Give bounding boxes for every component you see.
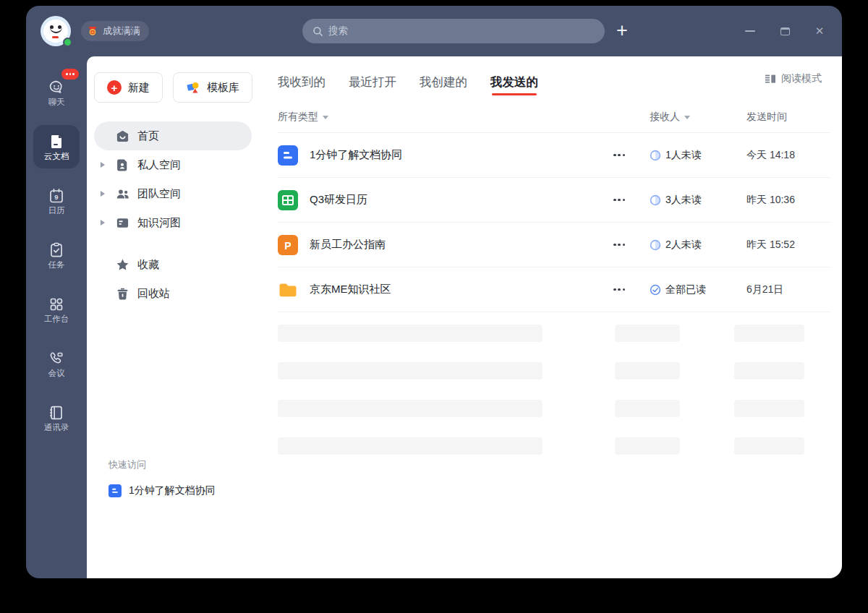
rail-item-label: 会议 [48,369,65,378]
app-window: 成就满满 搜索 + ✕ 聊天 [26,6,842,578]
unread-ring-icon [650,239,661,251]
docs-sidebar: + 新建 模板库 [87,56,266,578]
new-doc-button[interactable]: + 新建 [94,72,163,103]
doc-title[interactable]: Q3研发日历 [310,193,367,207]
read-status[interactable]: 1人未读 [645,149,746,162]
template-library-icon [186,80,200,95]
read-mode-label: 阅读模式 [781,72,822,85]
type-filter-label: 所有类型 [278,111,318,124]
quick-access-section: 快速访问 1分钟了解文档协同 [95,458,255,497]
workbench-icon [48,296,65,313]
achievement-badge[interactable]: 成就满满 [81,21,149,41]
sent-time: 今天 14:18 [746,149,830,162]
rail-item-tasks[interactable]: 任务 [33,233,80,277]
tab-recent[interactable]: 最近打开 [349,71,396,93]
rail-item-calendar[interactable]: 9 日历 [33,179,80,223]
nav-item-knowledge-map[interactable]: 知识河图 [94,208,252,237]
unread-ring-icon [650,150,661,161]
slides-letter: P [284,239,291,251]
unread-dots-badge [61,69,79,80]
read-status[interactable]: 2人未读 [645,239,746,252]
more-menu-icon[interactable] [613,194,645,206]
tab-sent[interactable]: 我发送的 [490,71,538,93]
more-menu-icon[interactable] [613,150,645,161]
chevron-down-icon [684,116,690,119]
read-mode-button[interactable]: 阅读模式 [765,72,822,85]
contacts-icon [48,404,65,421]
nav-item-home[interactable]: 首页 [94,121,252,150]
app-rail: 聊天 云文档 9 日历 [26,56,87,578]
rail-item-label: 通讯录 [44,424,69,432]
nav-item-team-space[interactable]: 团队空间 [94,179,252,208]
chevron-down-icon [323,116,328,119]
folder-icon [278,280,298,300]
read-status[interactable]: 3人未读 [645,194,746,207]
meeting-icon [48,350,65,367]
doc-title[interactable]: 京东ME知识社区 [310,283,391,296]
avatar[interactable] [41,16,71,46]
read-status-label: 2人未读 [665,239,702,252]
rail-item-chat[interactable]: 聊天 [33,71,80,114]
skeleton-row [278,400,830,417]
read-status[interactable]: 全部已读 [645,283,746,296]
doc-title[interactable]: 新员工办公指南 [310,238,386,252]
doc-row[interactable]: Q3研发日历 3人未读 昨天 10:36 [278,178,830,223]
maximize-icon[interactable] [778,25,791,38]
rail-item-label: 云文档 [44,153,69,161]
rail-item-workbench[interactable]: 工作台 [33,288,80,331]
nav-item-personal-space[interactable]: 私人空间 [94,150,252,179]
quick-access-item[interactable]: 1分钟了解文档协同 [95,484,255,497]
expand-caret-icon[interactable] [101,220,105,226]
search-input[interactable]: 搜索 [302,19,605,43]
sheet-green-icon [278,190,298,210]
doc-blue-icon [109,484,122,497]
docs-nav: 首页 私人空间 [94,121,252,308]
tab-received[interactable]: 我收到的 [278,71,326,93]
read-status-label: 1人未读 [665,149,702,162]
rail-item-meeting[interactable]: 会议 [33,342,80,385]
nav-item-label: 知识河图 [137,216,181,230]
rail-item-cloud-docs[interactable]: 云文档 [33,125,80,168]
more-menu-icon[interactable] [613,239,645,251]
plus-icon: + [107,80,122,95]
doc-blue-icon [278,145,298,166]
close-icon[interactable]: ✕ [813,25,826,38]
cloud-docs-icon [48,133,65,150]
minimize-icon[interactable] [744,25,757,38]
doc-title[interactable]: 1分钟了解文档协同 [310,148,402,162]
content-area: + 新建 模板库 [87,56,842,578]
calendar-icon: 9 [48,187,65,205]
skeleton-row [278,325,830,342]
more-menu-icon[interactable] [613,284,645,296]
nav-item-trash[interactable]: 回收站 [94,279,252,308]
doc-row[interactable]: 京东ME知识社区 全部已读 6月21日 [278,267,830,312]
tab-created[interactable]: 我创建的 [420,71,467,93]
rail-item-label: 聊天 [48,98,65,107]
quick-access-title: 快速访问 [95,458,255,471]
rail-item-contacts[interactable]: 通讯录 [33,396,80,440]
template-library-button[interactable]: 模板库 [173,72,252,103]
unread-ring-icon [650,194,661,206]
nav-item-favorites[interactable]: 收藏 [94,250,252,279]
rail-item-label: 日历 [48,207,65,215]
expand-caret-icon[interactable] [101,162,105,168]
sent-time: 昨天 10:36 [746,194,830,207]
calendar-day-number: 9 [54,192,58,200]
online-status-dot [63,38,72,47]
doc-row[interactable]: 1分钟了解文档协同 1人未读 今天 14:18 [278,133,830,178]
avatar-mouth [52,36,59,38]
type-filter-dropdown[interactable]: 所有类型 [278,111,613,124]
tasks-icon [48,241,65,259]
doc-row[interactable]: P 新员工办公指南 2人未读 昨天 15:52 [278,223,830,267]
expand-caret-icon[interactable] [101,191,105,197]
chat-icon [48,79,65,96]
nav-item-label: 首页 [137,129,159,143]
quick-access-item-label: 1分钟了解文档协同 [129,484,216,497]
new-chat-plus-button[interactable]: + [609,16,635,45]
read-status-label: 全部已读 [665,283,706,296]
sent-time-column-label: 发送时间 [746,111,830,124]
template-library-label: 模板库 [207,81,239,95]
receiver-filter-dropdown[interactable]: 接收人 [645,111,746,124]
receiver-column-label: 接收人 [650,111,680,124]
doc-tabs: 我收到的 最近打开 我创建的 我发送的 [278,56,830,101]
